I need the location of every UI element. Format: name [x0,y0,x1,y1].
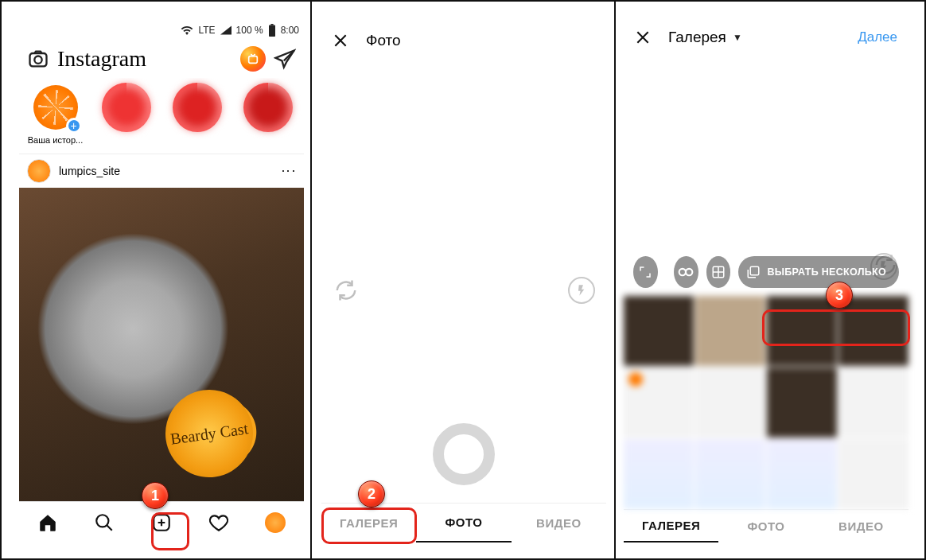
post-header: lumpics_site ⋮ [19,154,304,188]
topbar: Фото [321,21,606,60]
nav-search[interactable] [87,507,122,539]
gallery-grid[interactable] [624,296,908,509]
crop-toolbar: ВЫБРАТЬ НЕСКОЛЬКО [624,256,908,288]
post-author-username[interactable]: lumpics_site [59,165,120,177]
stack-icon [746,265,761,279]
gallery-thumb[interactable] [838,368,908,438]
gallery-thumb[interactable] [767,368,837,438]
gallery-thumb[interactable] [624,439,694,509]
select-multiple-button[interactable]: ВЫБРАТЬ НЕСКОЛЬКО [738,256,899,288]
stories-tray[interactable]: + Ваша истор... [19,78,304,154]
tab-gallery[interactable]: ГАЛЕРЕЯ [624,510,718,542]
topbar-title: Фото [366,32,401,49]
story-item[interactable] [239,83,296,154]
svg-rect-10 [751,266,760,275]
status-network: LTE [198,25,215,36]
annotation-marker-3: 3 [826,282,853,309]
svg-rect-1 [269,25,275,37]
close-icon[interactable] [635,29,651,45]
status-bar: LTE 100 % 8:00 [19,21,304,40]
status-time: 8:00 [281,25,299,36]
post-author-avatar[interactable] [27,159,51,183]
source-tabbar: ГАЛЕРЕЯ ФОТО ВИДЕО [624,509,908,542]
screen-3-gallery-picker: Галерея ▼ Далее [624,21,908,542]
instagram-logo: Instagram [57,46,146,72]
expand-icon[interactable] [633,256,658,288]
svg-point-7 [679,269,686,275]
select-multiple-label: ВЫБРАТЬ НЕСКОЛЬКО [767,266,886,278]
gallery-thumb[interactable] [624,296,694,366]
instagram-header: Instagram [19,40,304,78]
svg-rect-0 [270,24,273,25]
story-item[interactable] [169,83,225,154]
svg-point-8 [686,269,692,275]
flash-icon[interactable] [568,277,595,304]
signal-icon [220,25,231,35]
topbar-title-dropdown[interactable]: Галерея [668,29,726,46]
tab-gallery[interactable]: ГАЛЕРЕЯ [321,504,416,542]
annotation-marker-2: 2 [358,480,385,508]
annotation-marker-1: 1 [142,482,169,509]
post-more-icon[interactable]: ⋮ [280,164,298,179]
direct-messages-icon[interactable] [274,48,296,70]
tab-video[interactable]: ВИДЕО [512,504,606,542]
screen-1-instagram-feed: LTE 100 % 8:00 Instagram + Ваша истор... [19,21,304,542]
screen-2-photo-capture: Фото ГАЛЕРЕЯ ФОТО ВИДЕО [321,21,606,542]
tab-video[interactable]: ВИДЕО [814,510,908,542]
nav-activity[interactable] [201,507,236,539]
camera-preview [321,60,606,503]
gallery-thumb[interactable] [838,296,908,366]
gallery-thumb[interactable] [695,368,765,438]
story-item[interactable] [98,83,154,154]
source-tabbar: ГАЛЕРЕЯ ФОТО ВИДЕО [321,503,606,542]
chevron-down-icon[interactable]: ▼ [733,32,742,43]
igtv-icon[interactable] [240,46,266,72]
gallery-thumb[interactable] [624,368,694,438]
close-icon[interactable] [333,33,348,49]
gallery-thumb[interactable] [767,439,837,509]
add-story-icon[interactable]: + [66,118,82,134]
your-story[interactable]: + Ваша истор... [27,83,84,154]
crop-preview[interactable]: ВЫБРАТЬ НЕСКОЛЬКО [624,54,908,296]
tab-photo[interactable]: ФОТО [718,510,813,542]
topbar: Галерея ▼ Далее [624,21,908,54]
post-sticker: Beardy Cast [160,384,259,483]
camera-icon[interactable] [27,48,49,70]
post-image[interactable]: Beardy Cast [19,188,304,501]
svg-rect-4 [249,56,258,64]
svg-point-3 [34,56,41,64]
layout-icon[interactable] [706,256,731,288]
gallery-thumb[interactable] [838,439,908,509]
wifi-icon [181,25,193,35]
boomerang-icon[interactable] [674,256,698,288]
svg-point-5 [97,515,109,527]
battery-icon [268,24,276,37]
next-button[interactable]: Далее [858,29,897,45]
switch-camera-icon[interactable] [334,278,358,302]
nav-add-post[interactable] [144,507,179,539]
nav-profile[interactable] [258,507,293,539]
gallery-thumb[interactable] [767,296,837,366]
switch-camera-icon[interactable] [873,185,897,208]
gallery-thumb[interactable] [695,439,765,509]
status-battery: 100 % [236,25,263,36]
shutter-button[interactable] [433,423,495,485]
tab-photo[interactable]: ФОТО [416,504,511,542]
your-story-label: Ваша истор... [27,135,84,145]
nav-home[interactable] [30,507,65,539]
gallery-thumb[interactable] [695,296,765,366]
